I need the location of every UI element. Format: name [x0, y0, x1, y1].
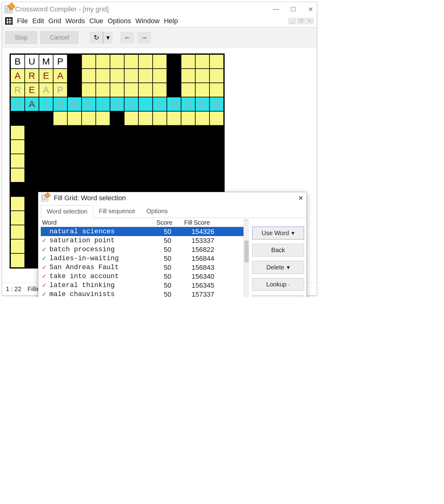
grid-cell[interactable]: U: [53, 97, 67, 111]
grid-cell[interactable]: [138, 54, 153, 69]
grid-cell[interactable]: B: [11, 54, 25, 69]
grid-cell[interactable]: [153, 83, 167, 97]
dialog-close-icon[interactable]: ✕: [298, 194, 303, 202]
grid-cell[interactable]: [195, 111, 209, 125]
scroll-thumb[interactable]: [244, 241, 249, 262]
menu-options[interactable]: Options: [108, 17, 131, 25]
grid-cell[interactable]: A: [25, 97, 39, 111]
use-word-button[interactable]: Use Word▾: [252, 227, 304, 239]
grid-cell[interactable]: E: [195, 97, 209, 111]
grid-cell[interactable]: [39, 111, 53, 125]
grid-cell[interactable]: [124, 83, 138, 97]
grid-cell[interactable]: [11, 211, 25, 225]
grid-cell[interactable]: [167, 111, 181, 125]
word-list-row[interactable]: ✓natural sciences50154326: [41, 227, 243, 236]
col-fill[interactable]: Fill Score: [184, 219, 227, 226]
grid-cell[interactable]: N: [167, 97, 181, 111]
stop-button[interactable]: Stop: [5, 31, 37, 44]
grid-cell[interactable]: [82, 83, 96, 97]
grid-cell[interactable]: [195, 83, 209, 97]
grid-cell[interactable]: [153, 111, 167, 125]
grid-cell[interactable]: [11, 197, 25, 211]
grid-cell[interactable]: [67, 111, 82, 125]
grid-cell[interactable]: [167, 69, 181, 83]
grid-cell[interactable]: [67, 69, 82, 83]
tab-word-selection[interactable]: Word selection: [41, 205, 93, 218]
grid-cell[interactable]: [11, 154, 25, 168]
grid-cell[interactable]: S: [209, 97, 224, 111]
grid-cell[interactable]: A: [11, 69, 25, 83]
delete-button[interactable]: Delete▾: [252, 261, 304, 274]
grid-cell[interactable]: [110, 83, 124, 97]
grid-cell[interactable]: R: [11, 83, 25, 97]
grid-cell[interactable]: R: [67, 97, 82, 111]
word-list-row[interactable]: ✓San Andreas Fault50156843: [41, 263, 243, 272]
grid-cell[interactable]: [11, 168, 25, 182]
grid-cell[interactable]: [110, 69, 124, 83]
grid-cell[interactable]: C: [181, 97, 195, 111]
grid-cell[interactable]: C: [124, 97, 138, 111]
grid-cell[interactable]: [195, 69, 209, 83]
grid-cell[interactable]: R: [25, 69, 39, 83]
word-list-row[interactable]: ✓lateral thinking50156345: [41, 281, 243, 290]
grid-cell[interactable]: [11, 111, 25, 125]
grid-cell[interactable]: N: [11, 97, 25, 111]
grid-cell[interactable]: [82, 54, 96, 69]
grid-cell[interactable]: A: [53, 69, 67, 83]
grid-cell[interactable]: E: [39, 69, 53, 83]
grid-cell[interactable]: [209, 111, 224, 125]
refresh-dropdown-icon[interactable]: ▾: [103, 32, 112, 44]
grid-cell[interactable]: [167, 54, 181, 69]
grid-cell[interactable]: [82, 111, 96, 125]
grid-cell[interactable]: I: [138, 97, 153, 111]
cancel-button[interactable]: Cancel: [40, 31, 78, 44]
scroll-up-icon[interactable]: ˄: [246, 218, 247, 225]
word-list-row[interactable]: ✓male chauvinists50157337: [41, 290, 243, 297]
maximize-icon[interactable]: ☐: [290, 6, 297, 13]
more-button[interactable]: More: [252, 295, 304, 297]
word-list-row[interactable]: ✓ladies-in-waiting50156844: [41, 254, 243, 263]
grid-cell[interactable]: [138, 111, 153, 125]
grid-cell[interactable]: [138, 83, 153, 97]
grid-cell[interactable]: [82, 69, 96, 83]
grid-cell[interactable]: [11, 225, 25, 239]
grid-cell[interactable]: [153, 69, 167, 83]
scrollbar[interactable]: ˄ ˅: [243, 218, 249, 297]
grid-cell[interactable]: E: [153, 97, 167, 111]
grid-cell[interactable]: [53, 111, 67, 125]
grid-cell[interactable]: [96, 54, 110, 69]
grid-cell[interactable]: P: [53, 83, 67, 97]
menu-words[interactable]: Words: [66, 17, 85, 25]
grid-cell[interactable]: [11, 125, 25, 140]
grid-cell[interactable]: A: [39, 83, 53, 97]
grid-cell[interactable]: [67, 83, 82, 97]
menu-edit[interactable]: Edit: [32, 17, 44, 25]
grid-cell[interactable]: [11, 182, 25, 197]
grid-cell[interactable]: [110, 111, 124, 125]
tab-options[interactable]: Options: [141, 205, 173, 218]
grid-cell[interactable]: [138, 69, 153, 83]
col-word[interactable]: Word: [42, 219, 156, 226]
tab-fill-sequence[interactable]: Fill sequence: [93, 205, 141, 218]
grid-cell[interactable]: [124, 69, 138, 83]
grid-cell[interactable]: [209, 69, 224, 83]
mdi-close-icon[interactable]: ×: [306, 18, 314, 24]
minimize-icon[interactable]: —: [272, 6, 280, 13]
mdi-rest-icon[interactable]: ❐: [297, 18, 305, 24]
grid-cell[interactable]: [181, 83, 195, 97]
refresh-icon[interactable]: ↻: [90, 32, 103, 44]
grid-cell[interactable]: [167, 83, 181, 97]
grid-cell[interactable]: [11, 140, 25, 154]
back-icon[interactable]: ←: [121, 32, 134, 44]
close-icon[interactable]: ✕: [307, 6, 314, 13]
forward-icon[interactable]: →: [137, 32, 151, 44]
word-list-row[interactable]: ✓batch processing50156822: [41, 245, 243, 254]
word-list[interactable]: ✓natural sciences50154326✓saturation poi…: [41, 227, 243, 297]
menu-clue[interactable]: Clue: [89, 17, 103, 25]
menu-help[interactable]: Help: [164, 17, 178, 25]
grid-cell[interactable]: [181, 111, 195, 125]
grid-cell[interactable]: [124, 111, 138, 125]
grid-cell[interactable]: [181, 69, 195, 83]
grid-cell[interactable]: [110, 54, 124, 69]
grid-cell[interactable]: P: [53, 54, 67, 69]
